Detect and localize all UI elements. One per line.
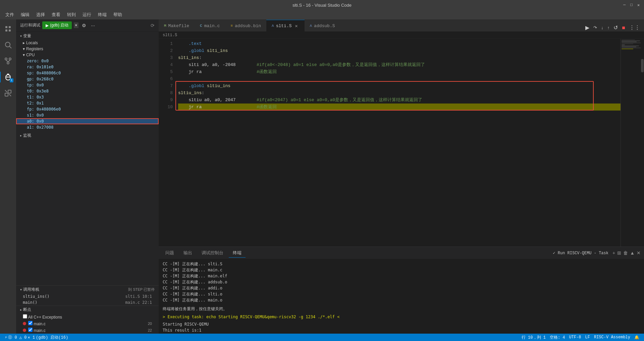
bp-main-20-checkbox[interactable] [28, 321, 33, 325]
tab-terminal[interactable]: 终端 [229, 249, 246, 258]
menu-edit[interactable]: 编辑 [18, 11, 32, 18]
menu-terminal[interactable]: 终端 [95, 11, 109, 18]
debug-config-arrow[interactable]: ▾ [74, 22, 78, 28]
locals-subsection[interactable]: ▸ Locals [16, 40, 159, 46]
ln-7: 7 [159, 82, 173, 89]
scrollbar-thumb[interactable] [641, 59, 644, 72]
minimap [621, 39, 641, 247]
ln-2: 2 [159, 47, 173, 54]
debug-run-button[interactable]: ▶ (gdb) 启动 [42, 21, 72, 29]
callstack-item-main[interactable]: main() main.c 22:1 [16, 299, 159, 305]
variables-section-header[interactable]: ▾ 变量 [16, 32, 159, 40]
menu-file[interactable]: 文件 [3, 11, 17, 18]
continue-button[interactable]: ▶ [584, 24, 591, 31]
code-area[interactable]: .text .globl slti_ins slti_ins: slti a0,… [175, 39, 621, 247]
activity-explorer[interactable] [0, 21, 16, 37]
line-numbers: 1 2 3 4 5 6 7 8 9 10 [159, 39, 175, 247]
tab-label-slti-s: slti.S [276, 23, 292, 28]
all-cpp-checkbox[interactable] [23, 314, 27, 319]
svg-rect-13 [5, 93, 8, 96]
debug-more-button[interactable]: ··· [90, 22, 96, 29]
registers-subsection[interactable]: ▾ Registers [16, 46, 159, 52]
restart-button[interactable]: ↺ [612, 24, 619, 31]
status-debug-label: ⓪ 0 △ 0 [8, 335, 26, 340]
minimize-button[interactable]: — [622, 3, 627, 7]
callstack-item-sltiu[interactable]: sltiu_ins() slti.S 10:1 [16, 293, 159, 299]
ln-3: 3 [159, 54, 173, 61]
vertical-scrollbar[interactable] [641, 39, 644, 247]
tab-addsub-bin[interactable]: ≡ addsub.bin [225, 20, 266, 31]
ln-8: 8 [159, 89, 173, 96]
status-debug[interactable]: ⚡ ⓪ 0 △ 0 ✕ 1 (gdb) 启动(16) [3, 334, 70, 341]
svg-line-5 [10, 47, 12, 49]
tab-icon-addsub-bin: ≡ [230, 24, 233, 28]
code-line-9: sltiu a0, a0, 2047 #if(a0<2047) a0=1 els… [178, 96, 621, 104]
reg-gp: gp: 0x268c0 [16, 76, 159, 82]
terminal-up-button[interactable]: ▲ [629, 250, 635, 256]
activity-debug[interactable]: 1 [0, 69, 16, 85]
reg-a0[interactable]: a0: 0x0 [16, 118, 159, 124]
status-language[interactable]: RISC-V Assembly [592, 334, 632, 341]
step-over-button[interactable]: ↷ [592, 24, 598, 31]
status-notifications[interactable]: 🔔 [632, 334, 641, 341]
tab-close-slti-s[interactable]: ✕ [294, 23, 299, 28]
debug-toolbar: 运行和调试 ▶ (gdb) 启动 ▾ ⚙ ··· ⟳ [16, 19, 159, 31]
activity-bar: 1 [0, 19, 16, 334]
status-line-ending[interactable]: LF [583, 334, 592, 341]
activity-extensions[interactable] [0, 85, 16, 101]
breakpoint-main-22[interactable]: main.c 22 [16, 327, 159, 334]
menu-run[interactable]: 运行 [80, 11, 94, 18]
ln-4: 4 [159, 61, 173, 68]
svg-point-12 [9, 77, 9, 77]
tab-output[interactable]: 输出 [179, 249, 196, 258]
step-into-button[interactable]: ↓ [600, 24, 605, 31]
watch-section-header[interactable]: ▸ 监视 [16, 132, 159, 139]
callstack-header[interactable]: ▾ 调用堆栈 到 STEP 已暂停 [16, 286, 159, 293]
terminal-close-button[interactable]: ✕ [636, 250, 641, 256]
status-right: 行 10，列 1 空格: 4 UTF-8 LF RISC-V Assembly … [520, 334, 641, 341]
terminal-content[interactable]: CC -[M] 正在构建... slti.S CC -[M] 正在构建... m… [159, 259, 644, 334]
terminal-trash-button[interactable]: 🗑 [623, 250, 629, 256]
step-out-button[interactable]: ↑ [606, 24, 611, 31]
breakpoint-main-20[interactable]: main.c 20 [16, 320, 159, 327]
bp-main-22-checkbox[interactable] [28, 328, 33, 332]
more-button[interactable]: ⋮⋮ [628, 24, 641, 31]
debug-settings-button[interactable]: ⚙ [80, 22, 88, 29]
bottom-tab-bar: 问题 输出 调试控制台 终端 ✓ Run RISCV-QEMU - Task +… [159, 247, 644, 259]
breakpoints-header[interactable]: ▸ 断点 [16, 306, 159, 314]
activity-source-control[interactable] [0, 53, 16, 69]
breadcrumb: slti.S [159, 31, 644, 39]
sidebar-refresh-button[interactable]: ⟳ [151, 23, 155, 28]
menu-select[interactable]: 选择 [34, 11, 48, 18]
ln-9: 9 [159, 96, 173, 104]
breakpoint-all-cpp[interactable]: All C++ Exceptions [16, 314, 159, 320]
tab-makefile[interactable]: M Makefile [159, 20, 195, 31]
stop-button[interactable]: ■ [621, 24, 627, 31]
sidebar-spacer [16, 140, 159, 285]
register-list: zero: 0x0 ra: 0x101e0 sp: 0x408006c0 gp:… [16, 58, 159, 130]
close-button[interactable]: ✕ [636, 3, 641, 7]
cpu-subsection[interactable]: ▾ CPU [16, 52, 159, 58]
menu-goto[interactable]: 转到 [64, 11, 78, 18]
tab-slti-s[interactable]: A slti.S ✕ [266, 20, 304, 31]
activity-search[interactable] [0, 37, 16, 53]
tab-addsub-s[interactable]: A addsub.S [305, 20, 340, 31]
menu-help[interactable]: 帮助 [111, 11, 125, 18]
status-spaces[interactable]: 空格: 4 [548, 334, 567, 341]
tab-problems[interactable]: 问题 [161, 249, 178, 258]
svg-point-6 [5, 58, 7, 60]
tab-debug-console[interactable]: 调试控制台 [198, 249, 227, 258]
terminal-split-button[interactable]: ⊞ [616, 250, 622, 256]
tab-main-c[interactable]: C main.c [195, 20, 225, 31]
editor-content[interactable]: 1 2 3 4 5 6 7 8 9 10 .text .glob [159, 39, 644, 247]
reg-a1: a1: 0x27008 [16, 124, 159, 130]
restore-button[interactable]: □ [629, 3, 634, 7]
callstack-func-sltiu: sltiu_ins() [23, 294, 49, 299]
bottom-tab-actions: ✓ Run RISCV-QEMU - Task + ⊞ 🗑 ▲ ✕ [553, 250, 641, 256]
code-line-4: slti a0, a0, -2048 #if(a0<-2048) a0=1 el… [178, 61, 621, 68]
code-line-6 [178, 75, 621, 82]
status-encoding[interactable]: UTF-8 [567, 334, 583, 341]
menu-view[interactable]: 查看 [49, 11, 63, 18]
status-line-col[interactable]: 行 10，列 1 [520, 334, 548, 341]
terminal-add-button[interactable]: + [612, 250, 616, 256]
